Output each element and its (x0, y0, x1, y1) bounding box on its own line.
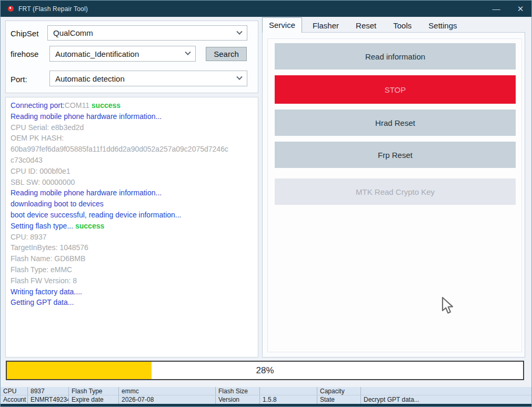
log-line: CPU Serial: e8b3ed2d (11, 122, 253, 133)
log-output[interactable]: Connecting port:COM11 successReading mob… (5, 97, 258, 358)
progress-percent: 28% (7, 362, 523, 379)
service-tab-page: Read informationSTOPHrad ResetFrp ResetM… (262, 32, 525, 358)
port-value: Automatic detection (55, 74, 125, 83)
close-button[interactable]: ✕ (508, 1, 532, 17)
chevron-down-icon (185, 49, 190, 55)
frp-reset-button[interactable]: Frp Reset (275, 142, 516, 168)
statusbar-cell: emmc (119, 387, 216, 395)
chipset-dropdown[interactable]: QualComm (47, 25, 247, 41)
log-line: Flash Type: eMMC (11, 264, 253, 275)
firehose-label: firehose (11, 49, 38, 58)
log-line: downloading boot to devices (11, 198, 253, 210)
log-line: boot device successful, reading device i… (11, 210, 253, 221)
tab-strip: ServiceFlasherResetToolsSettings (262, 19, 467, 33)
search-button[interactable]: Search (206, 47, 247, 61)
log-line: Getting GPT data... (11, 297, 253, 308)
mouse-cursor-icon (441, 297, 454, 315)
statusbar-cell: CPU (1, 387, 28, 395)
statusbar-cell: Decrypt GPT data... (361, 395, 532, 404)
progress-bar: 28% (6, 361, 524, 380)
tab-tools[interactable]: Tools (387, 19, 418, 33)
statusbar-cell: Flash Size (216, 387, 260, 395)
statusbar-cell: Version (216, 395, 260, 404)
app-icon (8, 6, 14, 12)
log-line: Flash Name: GD6BMB (11, 253, 253, 264)
statusbar-cell: Account (1, 395, 28, 404)
log-line: TargetInBytes: 1048576 (11, 242, 253, 253)
tab-flasher[interactable]: Flasher (306, 19, 345, 33)
chipset-value: QualComm (53, 28, 93, 37)
statusbar-cell: ENMRT49234 (28, 395, 69, 404)
chipset-label: ChipSet (11, 29, 38, 38)
log-line: CPU: 8937 (11, 232, 253, 243)
minimize-button[interactable]: — (484, 1, 508, 17)
firehose-dropdown[interactable]: Automatic_Identification (49, 46, 196, 62)
statusbar-cell (260, 387, 317, 395)
service-button-group: Read informationSTOPHrad ResetFrp ResetM… (267, 38, 522, 352)
read-information-button[interactable]: Read information (275, 43, 516, 70)
log-line: OEM PK HASH: (11, 133, 253, 144)
statusbar-cell: 2026-07-08 (119, 395, 216, 404)
frt-window: FRT (Flash Repair Tool) — ✕ ChipSet Qual… (0, 0, 532, 407)
statusbar-cell (361, 387, 532, 395)
chevron-down-icon (236, 74, 242, 80)
hrad-reset-button[interactable]: Hrad Reset (275, 110, 516, 136)
log-line: Flash FW Version: 8 (11, 275, 253, 286)
tab-settings[interactable]: Settings (422, 19, 463, 33)
log-line: c73c0d43 (11, 155, 253, 166)
statusbar: CPU8937Flash TypeemmcFlash SizeCapacityA… (1, 387, 532, 404)
mtk-read-crypto-key-button: MTK Read Crypto Key (275, 178, 516, 205)
log-line: Connecting port:COM11 success (11, 100, 253, 111)
titlebar: FRT (Flash Repair Tool) — ✕ (1, 1, 532, 17)
log-line: Reading mobile phone hardware informatio… (11, 187, 253, 198)
statusbar-cell: 1.5.8 (260, 395, 317, 404)
statusbar-cell: Flash Type (69, 387, 119, 395)
log-line: Writing factory data.... (11, 286, 253, 297)
port-dropdown[interactable]: Automatic detection (49, 71, 247, 86)
tab-service[interactable]: Service (262, 17, 302, 33)
log-line: 60ba997fef6da9f05885fa11f1dd6d2a90d052a2… (11, 144, 253, 155)
chevron-down-icon (236, 28, 242, 34)
statusbar-cell: 8937 (28, 387, 69, 395)
config-panel: ChipSet QualComm firehose Automatic_Iden… (5, 21, 258, 93)
log-line: CPU ID: 000bf0e1 (11, 166, 253, 177)
stop-button[interactable]: STOP (275, 75, 516, 104)
statusbar-cell: Capacity (317, 387, 361, 395)
log-line: SBL SW: 00000000 (11, 177, 253, 188)
statusbar-cell: State (317, 395, 361, 404)
statusbar-cell: Expire date (69, 395, 119, 404)
log-line: Reading mobile phone hardware informatio… (11, 111, 253, 122)
firehose-value: Automatic_Identification (55, 49, 139, 58)
tab-reset[interactable]: Reset (349, 19, 383, 33)
log-line: Setting flash type... success (11, 221, 253, 232)
window-title: FRT (Flash Repair Tool) (18, 5, 88, 13)
bottom-strip (1, 404, 532, 407)
port-label: Port: (11, 75, 27, 84)
